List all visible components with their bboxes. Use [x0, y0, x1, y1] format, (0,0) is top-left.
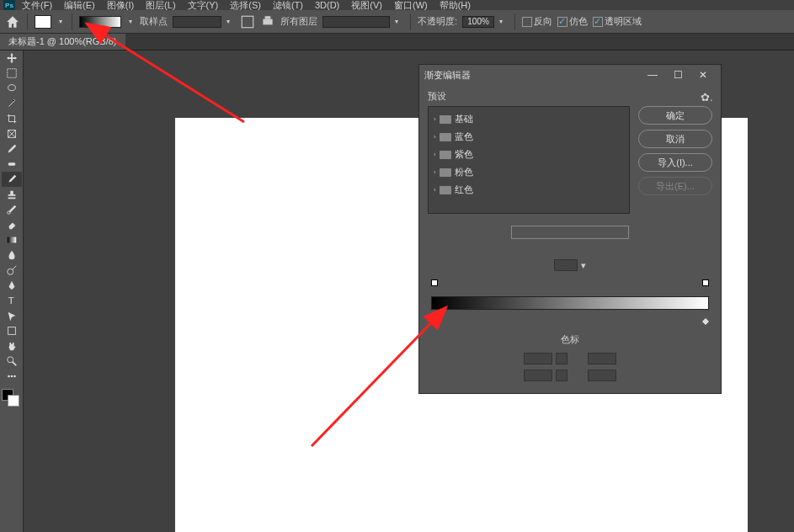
menu-select[interactable]: 选择(S) — [225, 0, 266, 12]
tool-path[interactable] — [2, 308, 22, 323]
tool-crop[interactable] — [2, 111, 22, 126]
menu-help[interactable]: 帮助(H) — [434, 0, 476, 12]
opacity-field[interactable] — [524, 353, 552, 364]
opacity-stop-left[interactable] — [431, 279, 438, 286]
opacity-value[interactable]: 100% — [462, 16, 494, 28]
color-field[interactable] — [524, 370, 552, 381]
tool-zoom[interactable] — [2, 354, 22, 369]
svg-point-17 — [8, 375, 10, 378]
tool-more[interactable] — [2, 369, 22, 384]
gradient-ramp-editor[interactable] — [431, 279, 709, 327]
sample-label: 取样点 — [140, 15, 168, 28]
reverse-checkbox[interactable]: 反向 — [522, 15, 552, 28]
color-swatch[interactable] — [556, 370, 568, 381]
tool-frame[interactable] — [2, 126, 22, 141]
separator — [72, 13, 72, 30]
tool-wand[interactable] — [2, 96, 22, 111]
chevron-down-icon[interactable]: ▾ — [226, 18, 235, 25]
svg-text:T: T — [8, 295, 13, 306]
layers-dropdown[interactable] — [322, 16, 390, 28]
tool-eyedropper[interactable] — [2, 141, 22, 157]
tool-heal[interactable] — [2, 157, 22, 172]
tool-stamp[interactable] — [2, 187, 22, 202]
ok-button[interactable]: 确定 — [638, 106, 712, 125]
sample-dropdown[interactable] — [173, 16, 221, 28]
home-icon[interactable] — [5, 14, 20, 29]
chevron-down-icon[interactable]: ▾ — [499, 18, 508, 25]
menu-3d[interactable]: 3D(D) — [310, 0, 344, 10]
location-field[interactable] — [588, 353, 616, 364]
maximize-button[interactable]: ☐ — [665, 66, 690, 83]
menu-layer[interactable]: 图层(L) — [141, 0, 180, 12]
dialog-titlebar[interactable]: 渐变编辑器 — ☐ ✕ — [419, 65, 721, 85]
menu-window[interactable]: 窗口(W) — [389, 0, 433, 12]
folder-icon — [440, 151, 451, 159]
folder-icon — [440, 115, 451, 124]
menu-view[interactable]: 视图(V) — [346, 0, 387, 12]
chevron-down-icon[interactable]: ▾ — [56, 18, 65, 26]
close-button[interactable]: ✕ — [690, 66, 716, 83]
svg-rect-10 — [7, 237, 16, 243]
preset-folder[interactable]: ›紫色 — [432, 146, 626, 163]
print-icon[interactable] — [260, 15, 275, 29]
tool-brush[interactable] — [2, 172, 22, 187]
folder-icon — [440, 168, 451, 177]
chevron-down-icon[interactable]: ▾ — [126, 18, 135, 26]
color-stop-right[interactable] — [701, 317, 710, 326]
tool-lasso[interactable] — [2, 81, 22, 96]
transparency-checkbox[interactable]: 透明区域 — [593, 15, 642, 28]
svg-point-18 — [10, 375, 13, 378]
gradient-editor-dialog: 渐变编辑器 — ☐ ✕ 预设 ✿. ›基础 ›蓝色 ›紫色 ›粉色 ›红色 确定… — [418, 64, 722, 394]
preset-list[interactable]: ›基础 ›蓝色 ›紫色 ›粉色 ›红色 — [428, 106, 630, 214]
tool-dodge[interactable] — [2, 263, 22, 278]
gradient-ramp[interactable] — [431, 296, 709, 310]
quick-mask-icon[interactable] — [2, 411, 22, 424]
background-swatch[interactable] — [8, 395, 19, 407]
opacity-stop-right[interactable] — [702, 279, 709, 286]
tool-text[interactable]: T — [2, 293, 22, 308]
type-dropdown[interactable] — [554, 259, 578, 271]
svg-line-12 — [12, 266, 15, 269]
preset-folder[interactable]: ›蓝色 — [432, 128, 626, 146]
tool-hand[interactable] — [2, 338, 22, 354]
tool-history[interactable] — [2, 202, 22, 217]
chevron-down-icon[interactable]: ▾ — [581, 260, 586, 271]
menu-file[interactable]: 文件(F) — [17, 0, 57, 12]
menu-edit[interactable]: 编辑(E) — [59, 0, 100, 12]
tool-pen[interactable] — [2, 278, 22, 293]
tool-blur[interactable] — [2, 247, 22, 263]
tool-preset-button[interactable] — [35, 15, 51, 29]
dither-checkbox[interactable]: 仿色 — [557, 15, 588, 28]
left-toolbar: T — [0, 51, 24, 532]
gradient-preview[interactable] — [79, 16, 121, 28]
gear-icon[interactable]: ✿. — [701, 91, 712, 103]
mode-icon[interactable] — [240, 15, 255, 29]
menu-type[interactable]: 文字(Y) — [183, 0, 224, 12]
menu-image[interactable]: 图像(I) — [102, 0, 139, 12]
stops-label: 色标 — [561, 333, 579, 346]
cancel-button[interactable]: 取消 — [638, 130, 712, 148]
preset-folder[interactable]: ›基础 — [432, 110, 626, 128]
tool-shape[interactable] — [2, 323, 22, 338]
tool-gradient[interactable] — [2, 232, 22, 247]
preset-folder[interactable]: ›红色 — [432, 181, 626, 199]
opacity-swatch[interactable] — [556, 353, 568, 364]
tool-eraser[interactable] — [2, 217, 22, 232]
import-button[interactable]: 导入(I)... — [638, 153, 712, 172]
preset-folder[interactable]: ›粉色 — [432, 163, 626, 181]
minimize-button[interactable]: — — [640, 66, 665, 83]
separator — [514, 13, 515, 30]
svg-line-16 — [12, 362, 15, 365]
document-tab[interactable]: 未标题-1 @ 100%(RGB/8) — [0, 34, 125, 50]
gradient-name-input[interactable] — [511, 226, 629, 239]
color-swatches[interactable] — [0, 387, 20, 407]
tool-move[interactable] — [2, 51, 22, 66]
export-button[interactable]: 导出(E)... — [638, 177, 712, 195]
tool-marquee[interactable] — [2, 66, 22, 81]
color-location-field[interactable] — [588, 370, 616, 381]
chevron-down-icon[interactable]: ▾ — [395, 18, 403, 25]
menu-filter[interactable]: 滤镜(T) — [268, 0, 308, 12]
opacity-label: 不透明度: — [418, 15, 457, 28]
svg-rect-1 — [263, 19, 272, 24]
svg-point-19 — [13, 375, 16, 378]
